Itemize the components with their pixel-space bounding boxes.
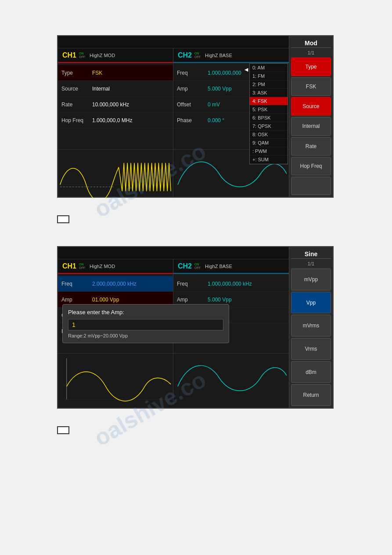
waveform-right-2 [173, 354, 289, 404]
waveform-area-2 [58, 353, 289, 404]
ch2-mode-2: HighZ BASE [205, 264, 232, 269]
dropdown-psk[interactable]: 5: PSK [250, 105, 288, 114]
ch1-on: ON [79, 52, 85, 55]
ch2-status: ON OFF [194, 52, 201, 58]
amp-dialog: Please enter the Amp: Range:2 mVpp~20.00… [62, 304, 229, 343]
waveform-left-1 [58, 150, 173, 198]
panel-btn-type[interactable]: Type [291, 58, 331, 76]
dialog-input[interactable] [68, 319, 223, 330]
panel-btn-mvpp[interactable]: mVpp [291, 268, 331, 290]
dialog-range: Range:2 mVpp~20.000 Vpp [68, 333, 223, 338]
ch2-label: CH2 [178, 51, 192, 59]
checkbox-2 [57, 426, 69, 434]
dropdown-sum[interactable]: +: SUM [250, 156, 288, 164]
panel-btn-return[interactable]: Return [291, 384, 331, 406]
type-dropdown[interactable]: 0: AM 1: FM 2: PM 3: ASK 4: FSK 5: PSK 6… [249, 63, 288, 164]
panel-page-1: 1/1 [291, 49, 331, 56]
panel-title-2: Sine [291, 249, 331, 259]
ch-row-2: CH1 ON OFF HighZ MOD CH2 ON OFF HighZ BA… [58, 259, 289, 274]
panel-btn-internal[interactable]: Internal [291, 117, 331, 135]
right-panel-1: Mod 1/1 Type FSK Source Internal Rate Ho… [289, 36, 333, 197]
param-freq-l2[interactable]: Freq 2.000,000,000 kHz [58, 276, 173, 292]
ch2-on: ON [194, 52, 201, 55]
param-hopfreq: Hop Freq 1.000,000,0 MHz [58, 112, 173, 128]
ch1-label: CH1 [62, 51, 76, 59]
panel-btn-vpp[interactable]: Vpp [291, 292, 331, 314]
ch2-block: CH2 ON OFF HighZ BASE [173, 48, 289, 63]
panel-btn-rate[interactable]: Rate [291, 137, 331, 156]
screen1: 🔒 ⟷ Mod 1/1 Type FSK Source Internal Rat… [57, 35, 334, 198]
screen2: 🔒 ⟷ Sine 1/1 mVpp Vpp mVrms Vrms dBm Ret… [57, 246, 334, 409]
dropdown-fm[interactable]: 1: FM [250, 72, 288, 80]
panel-btn-dbm[interactable]: dBm [291, 361, 331, 383]
ch1-off: OFF [79, 55, 85, 59]
ch1-block-2: CH1 ON OFF HighZ MOD [58, 259, 173, 274]
ch2-off: OFF [194, 55, 201, 59]
right-panel-2: Sine 1/1 mVpp Vpp mVrms Vrms dBm Return [289, 247, 333, 408]
dropdown-qpsk[interactable]: 7: QPSK [250, 122, 288, 131]
ch-row-1: CH1 ON OFF HighZ MOD CH2 ON OFF HighZ BA… [58, 48, 289, 63]
panel-btn-vrms[interactable]: Vrms [291, 338, 331, 360]
dropdown-am[interactable]: 0: AM [250, 64, 288, 72]
ch1-status: ON OFF [79, 52, 85, 58]
dropdown-bpsk[interactable]: 6: BPSK [250, 114, 288, 122]
ch1-mode-2: HighZ MOD [90, 264, 115, 269]
dropdown-fsk[interactable]: 4: FSK [250, 97, 288, 105]
ch1-mode: HighZ MOD [90, 53, 115, 58]
param-rate: Rate 10.000,000 kHz [58, 97, 173, 112]
panel-page-2: 1/1 [291, 260, 331, 267]
params-left-1: Type FSK Source Internal Rate 10.000,000… [58, 63, 173, 149]
panel-btn-empty [291, 177, 331, 195]
panel-btn-fsk[interactable]: FSK [291, 77, 331, 96]
checkbox-1 [57, 215, 69, 223]
ch2-block-2: CH2 ON OFF HighZ BASE [173, 259, 289, 274]
ch1-label-2: CH1 [62, 262, 76, 270]
dropdown-pwm[interactable]: : PWM [250, 147, 288, 156]
dropdown-pm[interactable]: 2: PM [250, 80, 288, 89]
param-source: Source Internal [58, 81, 173, 97]
panel-btn-source[interactable]: Source [291, 97, 331, 116]
param-type[interactable]: Type FSK [58, 65, 173, 81]
waveform-left-2 [58, 354, 173, 404]
panel-btn-mvrms[interactable]: mVrms [291, 315, 331, 337]
dropdown-arrow: ◄ [243, 66, 249, 73]
ch2-status-2: ON OFF [194, 263, 201, 269]
param-freq-r2: Freq 1.000,000,000 kHz [173, 276, 289, 292]
panel-btn-hopfreq[interactable]: Hop Freq [291, 157, 331, 175]
dropdown-osk[interactable]: 8: OSK [250, 131, 288, 139]
ch1-status-2: ON OFF [79, 263, 85, 269]
ch2-label-2: CH2 [178, 262, 192, 270]
dialog-title: Please enter the Amp: [68, 309, 223, 316]
ch1-block: CH1 ON OFF HighZ MOD [58, 48, 173, 63]
dropdown-ask[interactable]: 3: ASK [250, 89, 288, 97]
dropdown-qam[interactable]: 9: QAM [250, 139, 288, 147]
panel-title-1: Mod [291, 38, 331, 48]
ch2-mode: HighZ BASE [205, 53, 232, 58]
